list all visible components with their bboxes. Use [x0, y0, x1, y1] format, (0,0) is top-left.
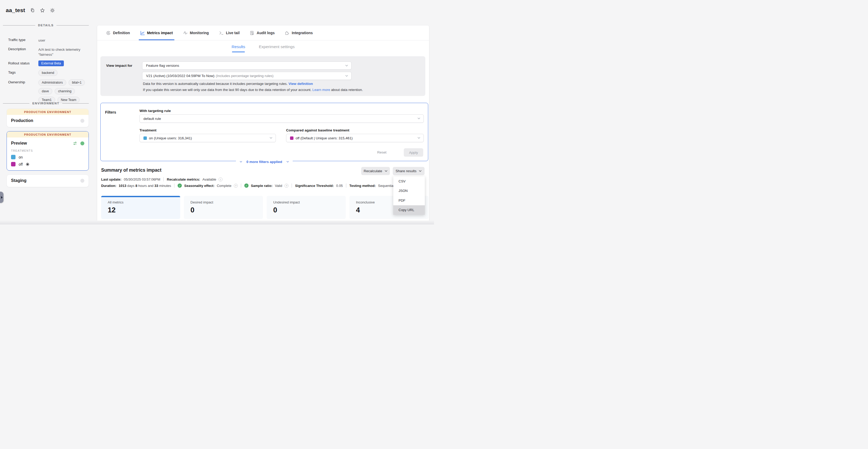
metric-card-value: 0 — [190, 206, 263, 214]
treatments-label: TREATMENTS — [11, 149, 84, 152]
tab-definition[interactable]: Definition — [106, 26, 130, 40]
reset-button[interactable]: Reset — [377, 150, 386, 154]
tab-label: Definition — [113, 31, 130, 35]
traffic-type-value: user — [38, 37, 85, 43]
owner-chip: bilal+1 — [68, 80, 85, 86]
seasonality-value: Complete — [217, 184, 231, 188]
owner-chip: Administrators — [38, 80, 66, 86]
default-treatment-asterisk-icon — [26, 162, 29, 166]
version-dropdown[interactable]: V21 (Active) (10/03/2022 04:59PM To Now)… — [142, 72, 351, 80]
recalculate-metrics-value: Available — [203, 177, 216, 181]
more-filters-label: 0 more filters applied — [246, 160, 282, 164]
owner-chip: channing — [55, 88, 75, 94]
metric-card-label: Undesired impact — [273, 200, 346, 204]
details-section-header: DETAILS — [3, 24, 89, 27]
ownership-label: Ownership — [8, 80, 38, 103]
bottom-scroll-strip[interactable] — [0, 220, 434, 224]
environment-card-staging[interactable]: Staging — [6, 175, 89, 187]
version-auto-note: Data for this version is automatically c… — [143, 82, 313, 86]
environment-card-production[interactable]: PRODUCTION ENVIRONMENT Production — [6, 109, 89, 127]
production-environment-banner: PRODUCTION ENVIRONMENT — [7, 109, 89, 115]
tab-monitoring[interactable]: Monitoring — [183, 26, 209, 40]
ownership-row: Ownership Administrators bilal+1 dave ch… — [8, 80, 87, 103]
line-chart-icon — [140, 31, 145, 35]
tab-audit-logs[interactable]: Audit logs — [250, 26, 275, 40]
targeting-rule-value: default rule — [144, 117, 161, 121]
duration-value: 1013 days 8 hours and 33 minutes — [119, 184, 171, 188]
metric-card-label: All metrics — [108, 200, 180, 204]
view-impact-panel: View impact for Feature flag versions V2… — [100, 56, 425, 96]
impact-source-dropdown[interactable]: Feature flag versions — [142, 61, 351, 70]
treatment-dropdown-value: on (Unique users: 316,341) — [149, 136, 192, 140]
apply-button[interactable]: Apply — [404, 148, 423, 157]
share-results-button[interactable]: Share results — [393, 167, 425, 175]
duration-minutes: 33 — [154, 184, 158, 188]
version-value: V21 (Active) (10/03/2022 04:59PM To Now) — [146, 74, 214, 78]
summary-stats-row-2: Duration: 1013 days 8 hours and 33 minut… — [101, 183, 394, 188]
learn-more-link[interactable]: Learn more — [312, 88, 330, 92]
metric-card-undesired-impact[interactable]: Undesired impact 0 — [267, 196, 346, 219]
testing-method-value: Sequential — [378, 184, 394, 188]
menu-item-pdf[interactable]: PDF — [393, 196, 425, 205]
targeting-rule-dropdown[interactable]: default rule — [140, 114, 424, 123]
tab-metrics-impact[interactable]: Metrics impact — [140, 26, 173, 40]
view-definition-link[interactable]: View definition — [288, 82, 313, 86]
puzzle-icon — [285, 31, 289, 35]
question-icon[interactable]: ? — [234, 184, 238, 188]
description-value: A/A test to check telemetry "fairness" — [38, 46, 85, 57]
targeting-rule-label: With targeting rule — [140, 109, 171, 113]
metric-card-label: Desired impact — [190, 200, 263, 204]
filters-title: Filters — [105, 110, 116, 114]
version-note: (Includes percentage targeting rules) — [216, 74, 274, 78]
chevron-down-icon — [270, 137, 273, 139]
seasonality-label: Seasonality effect: — [184, 184, 214, 188]
duration-hours-unit: hours and — [138, 184, 153, 188]
metric-card-value: 12 — [108, 206, 180, 214]
menu-item-json[interactable]: JSON — [393, 186, 425, 196]
chevron-down-icon — [417, 118, 420, 120]
page-header: aa_test — [6, 7, 55, 13]
info-icon[interactable]: i — [219, 177, 222, 181]
menu-item-csv[interactable]: CSV — [393, 176, 425, 186]
star-icon[interactable] — [40, 8, 45, 13]
treatment-label: Treatment — [140, 128, 157, 132]
description-label: Description — [8, 46, 38, 57]
divider — [346, 183, 346, 188]
treatment-dropdown[interactable]: on (Unique users: 316,341) — [140, 134, 276, 142]
more-filters-toggle[interactable]: 0 more filters applied — [236, 160, 293, 164]
swap-arrows-icon — [73, 142, 77, 145]
sample-ratio-value: Valid — [275, 184, 282, 188]
details-section-title: DETAILS — [38, 24, 54, 27]
check-circle-icon: ✓ — [244, 183, 249, 188]
copy-icon[interactable] — [30, 8, 35, 12]
duration-minutes-unit: minutes — [159, 184, 171, 188]
significance-value: 0.05 — [336, 184, 343, 188]
treatment-off-swatch — [11, 162, 16, 167]
treatment-off-row: off — [11, 162, 84, 167]
recalculate-metrics-label: Recalculate metrics: — [167, 177, 200, 181]
page-title: aa_test — [6, 7, 25, 13]
duration-days: 1013 — [119, 184, 126, 188]
metric-card-all-metrics[interactable]: All metrics 12 — [101, 196, 180, 219]
tab-integrations[interactable]: Integrations — [285, 26, 313, 40]
subtab-experiment-settings[interactable]: Experiment settings — [259, 44, 294, 52]
tab-label: Metrics impact — [147, 31, 173, 35]
gear-icon[interactable] — [50, 8, 55, 13]
duration-label: Duration: — [101, 184, 116, 188]
tab-label: Integrations — [291, 31, 313, 35]
recalculate-label: Recalculate — [364, 169, 382, 173]
environment-section-header: ENVIRONMENT — [3, 102, 89, 105]
chevron-down-icon — [345, 75, 348, 77]
menu-item-copy-url[interactable]: Copy URL — [393, 205, 425, 215]
subtab-results[interactable]: Results — [232, 44, 245, 52]
baseline-dropdown[interactable]: off (Default | Unique users: 315,461) — [286, 134, 424, 142]
metric-card-desired-impact[interactable]: Desired impact 0 — [184, 196, 263, 219]
question-icon[interactable]: ? — [284, 184, 288, 188]
environment-card-preview[interactable]: PRODUCTION ENVIRONMENT Preview TREATMENT… — [6, 131, 89, 171]
chevron-down-icon — [240, 161, 242, 163]
treatment-on-label: on — [19, 155, 23, 159]
sidebar-collapse-handle[interactable] — [0, 192, 3, 203]
status-dot-idle — [81, 119, 84, 123]
tab-live-tail[interactable]: Live tail — [219, 26, 240, 40]
recalculate-button[interactable]: Recalculate — [361, 167, 390, 175]
